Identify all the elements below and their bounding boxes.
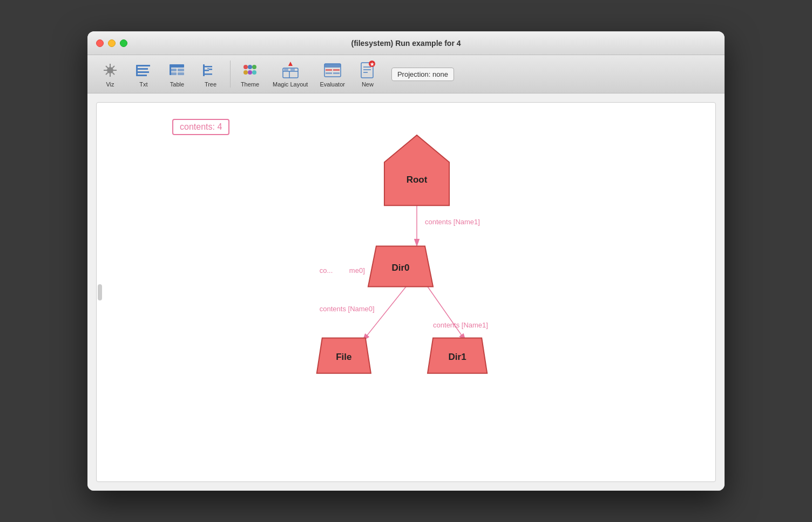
separator-1 bbox=[230, 61, 231, 88]
svg-rect-42 bbox=[326, 69, 332, 71]
svg-text:contents [Name0]: contents [Name0] bbox=[320, 305, 375, 313]
svg-rect-20 bbox=[203, 64, 205, 76]
svg-rect-43 bbox=[333, 69, 340, 71]
txt-button[interactable]: Txt bbox=[127, 58, 160, 90]
svg-line-6 bbox=[112, 72, 114, 75]
svg-rect-12 bbox=[137, 75, 147, 76]
table-label: Table bbox=[170, 81, 184, 88]
svg-text:co...: co... bbox=[320, 266, 333, 275]
toolbar: Viz Txt bbox=[87, 55, 725, 93]
title-bar: (filesystem) Run example for 4 bbox=[87, 31, 725, 55]
svg-text:Dir0: Dir0 bbox=[391, 263, 409, 273]
svg-marker-39 bbox=[288, 62, 293, 66]
main-content: contents: 4 contents [Name1] contents [N… bbox=[87, 93, 725, 491]
evaluator-button[interactable]: Evaluator bbox=[314, 58, 350, 90]
svg-rect-22 bbox=[205, 70, 209, 71]
new-icon: ★ bbox=[358, 61, 377, 80]
svg-rect-11 bbox=[137, 71, 149, 73]
main-window: (filesystem) Run example for 4 Viz bbox=[87, 31, 725, 491]
tree-icon bbox=[201, 61, 220, 80]
svg-text:me0]: me0] bbox=[349, 266, 365, 275]
theme-icon bbox=[240, 61, 260, 80]
svg-rect-45 bbox=[333, 72, 340, 74]
svg-rect-25 bbox=[209, 69, 212, 70]
svg-point-31 bbox=[243, 70, 248, 75]
magic-layout-label: Magic Layout bbox=[273, 81, 308, 88]
svg-rect-27 bbox=[207, 68, 209, 69]
svg-rect-13 bbox=[136, 65, 138, 76]
viz-label: Viz bbox=[106, 81, 114, 88]
svg-marker-61 bbox=[384, 135, 449, 205]
projection-badge: Projection: none bbox=[391, 68, 454, 81]
magic-layout-button[interactable]: Magic Layout bbox=[267, 58, 313, 90]
table-icon bbox=[167, 61, 187, 80]
svg-point-33 bbox=[252, 70, 256, 75]
svg-line-5 bbox=[106, 66, 108, 68]
svg-rect-23 bbox=[205, 73, 209, 75]
new-button[interactable]: ★ New bbox=[351, 58, 384, 90]
svg-line-8 bbox=[106, 72, 108, 75]
txt-icon bbox=[134, 61, 153, 80]
magic-layout-icon bbox=[281, 61, 300, 80]
svg-text:Root: Root bbox=[407, 175, 428, 185]
svg-rect-21 bbox=[205, 66, 209, 68]
svg-point-30 bbox=[252, 65, 256, 69]
svg-text:File: File bbox=[336, 352, 351, 362]
traffic-lights bbox=[96, 39, 127, 47]
window-title: (filesystem) Run example for 4 bbox=[351, 39, 461, 48]
svg-line-55 bbox=[363, 286, 406, 340]
evaluator-label: Evaluator bbox=[320, 81, 344, 88]
svg-line-57 bbox=[428, 286, 465, 340]
svg-text:Dir1: Dir1 bbox=[449, 352, 466, 362]
table-button[interactable]: Table bbox=[161, 58, 193, 90]
svg-rect-18 bbox=[178, 72, 184, 75]
svg-rect-37 bbox=[284, 69, 288, 71]
svg-rect-41 bbox=[324, 64, 341, 68]
svg-rect-38 bbox=[290, 69, 295, 71]
svg-text:★: ★ bbox=[370, 62, 375, 67]
file-node[interactable]: File bbox=[317, 338, 371, 373]
viz-button[interactable]: Viz bbox=[94, 58, 126, 90]
maximize-button[interactable] bbox=[120, 39, 127, 47]
svg-rect-10 bbox=[137, 68, 148, 70]
theme-button[interactable]: Theme bbox=[234, 58, 266, 90]
svg-rect-16 bbox=[178, 69, 184, 71]
theme-label: Theme bbox=[241, 81, 259, 88]
svg-line-7 bbox=[112, 66, 114, 68]
svg-point-29 bbox=[248, 65, 252, 69]
root-node[interactable]: Root bbox=[384, 135, 449, 205]
tree-label: Tree bbox=[205, 81, 216, 88]
svg-rect-24 bbox=[209, 66, 212, 68]
tree-button[interactable]: Tree bbox=[194, 58, 227, 90]
dir0-node[interactable]: Dir0 bbox=[368, 246, 433, 286]
new-label: New bbox=[362, 81, 374, 88]
canvas-area[interactable]: contents: 4 contents [Name1] contents [N… bbox=[96, 102, 716, 482]
minimize-button[interactable] bbox=[108, 39, 116, 47]
diagram-svg: contents [Name1] contents [Name0] conten… bbox=[97, 103, 715, 481]
svg-point-32 bbox=[248, 70, 252, 75]
svg-rect-44 bbox=[326, 72, 332, 74]
svg-text:contents [Name1]: contents [Name1] bbox=[433, 321, 488, 329]
svg-point-28 bbox=[243, 65, 248, 69]
svg-rect-9 bbox=[137, 65, 150, 66]
svg-rect-26 bbox=[209, 73, 212, 75]
dir1-node[interactable]: Dir1 bbox=[428, 338, 487, 373]
viz-icon bbox=[100, 61, 120, 80]
evaluator-icon bbox=[323, 61, 342, 80]
svg-text:contents [Name1]: contents [Name1] bbox=[425, 218, 480, 226]
txt-label: Txt bbox=[139, 81, 147, 88]
close-button[interactable] bbox=[96, 39, 104, 47]
svg-rect-19 bbox=[170, 64, 171, 75]
svg-rect-14 bbox=[170, 64, 184, 68]
